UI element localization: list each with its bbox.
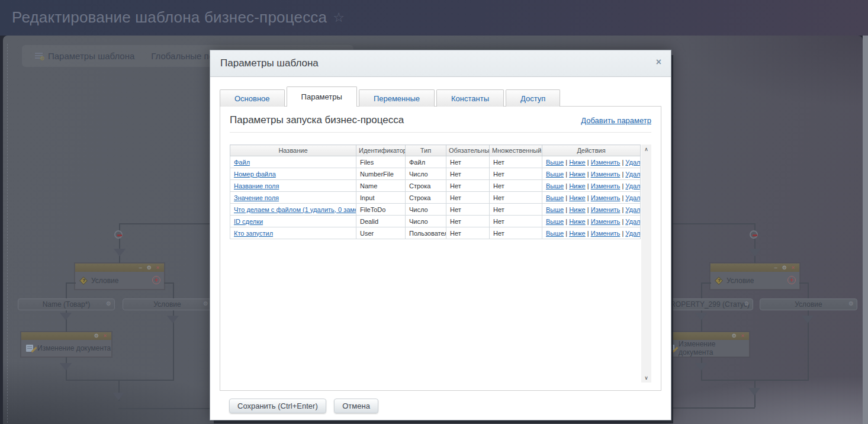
param-name-link[interactable]: ID сделки — [234, 218, 263, 225]
row-action-edit[interactable]: Изменить — [591, 206, 621, 213]
cancel-button[interactable]: Отмена — [334, 399, 378, 413]
param-id-cell: FileToDo — [356, 204, 406, 216]
row-action-up[interactable]: Выше — [546, 206, 564, 213]
param-name-cell: ID сделки — [230, 216, 356, 227]
row-action-down[interactable]: Ниже — [569, 194, 586, 201]
row-action-down[interactable]: Ниже — [569, 230, 586, 237]
row-action-edit[interactable]: Изменить — [591, 194, 621, 201]
connector-line — [754, 223, 756, 263]
gear-icon: ⚙ — [744, 301, 750, 307]
col-header-name: Название — [230, 145, 356, 156]
template-params-dialog: Параметры шаблона × ОсновноеПараметрыПер… — [210, 50, 671, 420]
table-scrollbar[interactable]: ∧ ∨ — [641, 144, 651, 383]
branch-title-block: PROPERTY_299 (Статус) ⚙ — [662, 298, 753, 310]
param-multiple-cell: Нет — [490, 156, 542, 168]
row-action-edit[interactable]: Изменить — [591, 171, 621, 178]
param-name-link[interactable]: Что делаем с файлом (1 удалить, 0 замени… — [234, 206, 356, 213]
gear-icon: ⚙ — [782, 265, 787, 271]
row-action-delete[interactable]: Удалить — [625, 182, 640, 189]
tab-panel-parameters: Параметры запуска бизнес-процесса Добави… — [220, 106, 661, 391]
row-action-up[interactable]: Выше — [546, 230, 564, 237]
row-action-down[interactable]: Ниже — [569, 182, 586, 189]
activity-block: ⚙ × Изменение документа — [21, 332, 112, 357]
row-action-up[interactable]: Выше — [546, 159, 564, 166]
table-row: Что делаем с файлом (1 удалить, 0 замени… — [230, 204, 641, 216]
close-icon: × — [104, 333, 107, 339]
close-icon: × — [792, 265, 795, 271]
edit-document-icon — [26, 345, 33, 352]
page-header: Редактирование шаблона бизнес-процесса☆ — [0, 0, 868, 36]
gear-icon: ⚙ — [94, 333, 99, 339]
param-name-link[interactable]: Название поля — [234, 182, 279, 189]
gear-icon: ⚙ — [203, 301, 208, 307]
row-action-up[interactable]: Выше — [546, 194, 564, 201]
param-type-cell: Число — [406, 216, 446, 227]
param-name-cell: Кто запустил — [230, 227, 356, 239]
param-actions-cell: Выше | Ниже | Изменить | Удалить — [542, 180, 641, 192]
page-title-text: Редактирование шаблона бизнес-процесса — [12, 8, 327, 26]
activity-block-titlebar: ⚙ × — [21, 332, 111, 340]
row-action-delete[interactable]: Удалить — [625, 206, 640, 213]
param-id-cell: User — [356, 227, 406, 239]
scroll-up-icon[interactable]: ∧ — [641, 146, 651, 152]
branch-title-block: Условие ⚙ — [760, 298, 857, 310]
param-name-link[interactable]: Номер файла — [234, 171, 276, 178]
params-grid: Название Идентификатор Тип Обязательный … — [230, 144, 651, 383]
row-action-delete[interactable]: Удалить — [625, 194, 640, 201]
row-action-down[interactable]: Ниже — [569, 159, 586, 166]
canvas-edge-guide — [7, 44, 8, 423]
param-name-link[interactable]: Кто запустил — [234, 230, 273, 237]
row-action-up[interactable]: Выше — [546, 182, 564, 189]
row-action-edit[interactable]: Изменить — [591, 218, 621, 225]
flow-arrow-icon — [114, 249, 126, 256]
tab-constants[interactable]: Константы — [436, 89, 504, 107]
row-action-delete[interactable]: Удалить — [625, 230, 640, 237]
scroll-down-icon[interactable]: ∨ — [641, 375, 651, 381]
connector-line — [668, 407, 755, 409]
row-action-up[interactable]: Выше — [546, 171, 564, 178]
save-button[interactable]: Сохранить (Ctrl+Enter) — [229, 399, 326, 413]
connector-line — [701, 282, 702, 298]
param-name-link[interactable]: Файл — [234, 159, 250, 166]
row-action-delete[interactable]: Удалить — [625, 159, 640, 166]
param-name-cell: Что делаем с файлом (1 удалить, 0 замени… — [230, 204, 356, 216]
condition-icon: ? — [715, 276, 723, 284]
flow-arrow-icon — [748, 388, 760, 396]
row-action-edit[interactable]: Изменить — [591, 159, 621, 166]
param-name-cell: Название поля — [230, 180, 356, 192]
row-action-delete[interactable]: Удалить — [625, 171, 640, 178]
row-action-down[interactable]: Ниже — [569, 218, 586, 225]
params-table: Название Идентификатор Тип Обязательный … — [230, 144, 641, 239]
flow-arrow-icon — [695, 363, 707, 371]
param-multiple-cell: Нет — [490, 180, 542, 192]
branch-title-block: Условие ⚙ — [123, 298, 212, 310]
table-row: Значение поля Input Строка Нет Нет Выше … — [230, 192, 641, 204]
condition-icon: ? — [79, 276, 88, 284]
col-header-type: Тип — [406, 145, 446, 156]
row-action-down[interactable]: Ниже — [569, 171, 586, 178]
dialog-close-icon[interactable]: × — [656, 57, 661, 67]
param-multiple-cell: Нет — [490, 168, 542, 180]
tab-variables[interactable]: Переменные — [359, 89, 435, 107]
tab-general[interactable]: Основное — [220, 89, 285, 107]
tab-parameters[interactable]: Параметры — [287, 86, 357, 107]
param-actions-cell: Выше | Ниже | Изменить | Удалить — [542, 156, 641, 168]
row-action-edit[interactable]: Изменить — [591, 182, 621, 189]
row-action-down[interactable]: Ниже — [569, 206, 586, 213]
gear-icon: ⚙ — [848, 301, 854, 307]
add-parameter-link[interactable]: Добавить параметр — [581, 116, 651, 125]
connector-line — [702, 282, 711, 284]
table-row: Номер файла NumberFile Число Нет Нет Выш… — [230, 168, 641, 180]
connector-line — [66, 282, 67, 298]
connector-line — [173, 282, 174, 298]
tab-access[interactable]: Доступ — [506, 89, 560, 107]
row-action-up[interactable]: Выше — [546, 218, 564, 225]
param-required-cell: Нет — [446, 192, 490, 204]
param-name-cell: Номер файла — [230, 168, 356, 180]
condition-block: – ⚙ × ? Условие + — [75, 263, 165, 290]
param-name-link[interactable]: Значение поля — [234, 194, 279, 201]
row-action-delete[interactable]: Удалить — [625, 218, 640, 225]
row-action-edit[interactable]: Изменить — [591, 230, 621, 237]
flow-arrow-icon — [60, 363, 72, 371]
flow-arrow-icon — [167, 316, 179, 323]
